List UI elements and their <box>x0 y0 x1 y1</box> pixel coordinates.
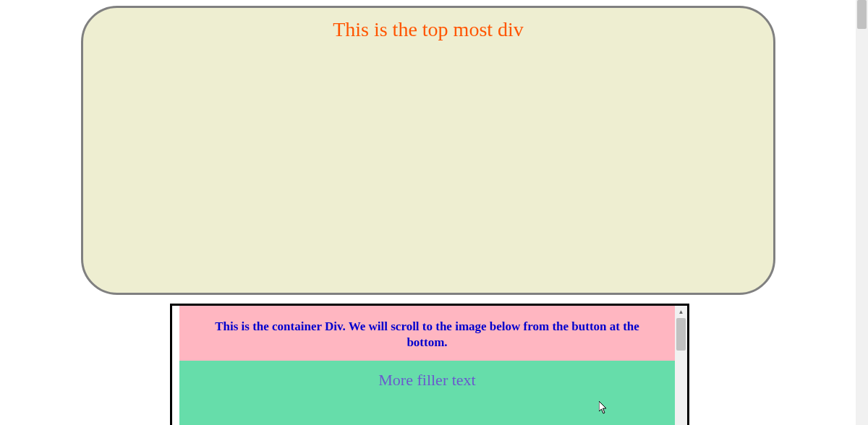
scroll-up-button[interactable]: ▲ <box>675 306 687 318</box>
top-most-div: This is the top most div <box>81 6 775 295</box>
container-div: This is the container Div. We will scrol… <box>170 304 689 425</box>
top-div-title: This is the top most div <box>83 18 773 41</box>
page-scrollbar-thumb[interactable] <box>857 0 867 29</box>
container-scrollbar-thumb[interactable] <box>676 318 686 351</box>
pink-description-section: This is the container Div. We will scrol… <box>179 306 675 361</box>
page-scrollbar[interactable] <box>856 0 868 425</box>
container-inner: This is the container Div. We will scrol… <box>172 306 687 425</box>
container-description-text: This is the container Div. We will scrol… <box>194 319 660 351</box>
green-filler-section: More filler text <box>179 361 675 425</box>
filler-text: More filler text <box>194 371 660 390</box>
container-scrollbar[interactable]: ▲ ▼ <box>675 306 687 425</box>
